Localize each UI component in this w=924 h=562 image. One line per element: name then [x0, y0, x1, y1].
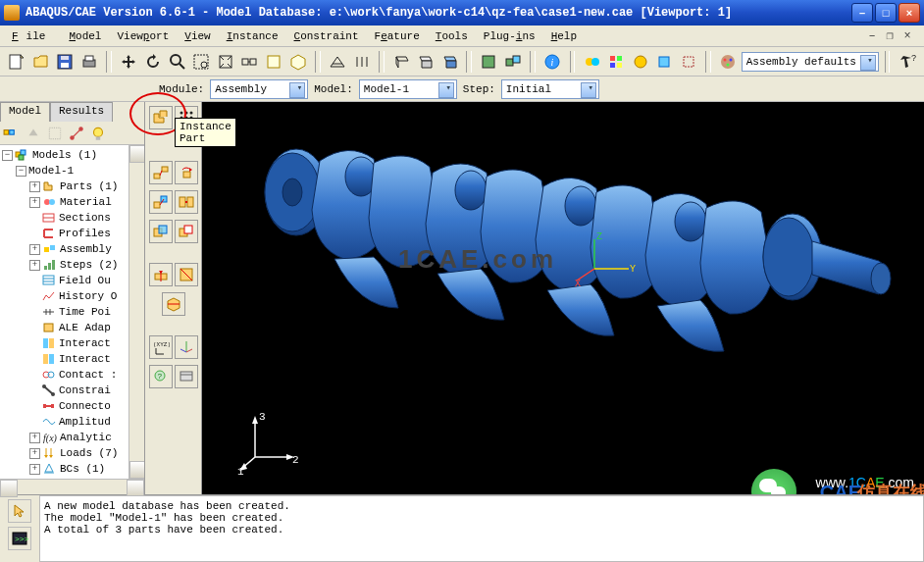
- partition-face-button[interactable]: [175, 263, 198, 286]
- step-combo[interactable]: Initial: [501, 79, 599, 99]
- tree-models[interactable]: Models (1): [32, 149, 97, 161]
- cycle-views-icon[interactable]: [238, 50, 261, 74]
- translate-instance-button[interactable]: [149, 161, 173, 184]
- save-icon[interactable]: [54, 50, 77, 74]
- menu-view[interactable]: View: [177, 28, 218, 44]
- svg-rect-7: [85, 56, 93, 61]
- mdi-close[interactable]: ×: [900, 29, 914, 43]
- render-shaded-icon[interactable]: [438, 50, 461, 74]
- menu-viewport[interactable]: Viewport: [109, 28, 177, 44]
- instance-display-icon[interactable]: [502, 50, 525, 74]
- display-options-button[interactable]: [175, 365, 198, 388]
- color-mode-icon[interactable]: [717, 50, 740, 74]
- menu-instance[interactable]: Instance: [219, 28, 286, 44]
- tree-model1[interactable]: Model-1: [28, 165, 74, 177]
- query-button[interactable]: ?: [149, 365, 173, 388]
- viewport[interactable]: Z Y X 3 2 1 1CAE.com www.1CAE.com CAE 仿真…: [202, 102, 924, 494]
- tree-profiles[interactable]: Profiles: [59, 228, 111, 239]
- perspective-icon[interactable]: [327, 50, 349, 74]
- color-mode-combo[interactable]: Assembly defaults: [742, 52, 879, 72]
- maximize-button[interactable]: □: [875, 3, 897, 23]
- tree-parts[interactable]: Parts (1): [60, 180, 118, 192]
- message-log[interactable]: A new model database has been created. T…: [39, 495, 924, 562]
- tab-results[interactable]: Results: [50, 102, 113, 122]
- tree-steps[interactable]: Steps (2): [60, 259, 118, 271]
- color-tool4-icon[interactable]: [653, 50, 676, 74]
- tree-connector[interactable]: Connecto: [59, 400, 111, 412]
- menu-plugins[interactable]: Plug-ins: [476, 28, 543, 44]
- cut-button[interactable]: [175, 220, 198, 243]
- rotate-icon[interactable]: [142, 50, 165, 74]
- info-icon[interactable]: i: [541, 50, 564, 74]
- view-iso-icon[interactable]: [286, 50, 309, 74]
- rotate-instance-button[interactable]: [175, 161, 198, 184]
- menu-tools[interactable]: Tools: [428, 28, 476, 44]
- tree-assembly[interactable]: Assembly: [60, 243, 112, 255]
- menu-feature[interactable]: Feature: [367, 28, 428, 44]
- tree-interact2[interactable]: Interact: [59, 353, 111, 365]
- tree-field[interactable]: Field Ou: [59, 275, 111, 286]
- zoom-icon[interactable]: [166, 50, 188, 74]
- color-tool5-icon[interactable]: [678, 50, 700, 74]
- merge-button[interactable]: [149, 220, 173, 243]
- render-hidden-icon[interactable]: [414, 50, 436, 74]
- instance-part-button[interactable]: [149, 106, 173, 129]
- mdi-minimize[interactable]: –: [865, 29, 879, 43]
- context-bar: Module: Assembly Model: Model-1 Step: In…: [0, 77, 924, 102]
- tree-materials[interactable]: Material: [60, 196, 112, 208]
- menu-file[interactable]: File: [4, 28, 61, 44]
- new-model-icon[interactable]: [6, 50, 28, 74]
- tree-time[interactable]: Time Poi: [59, 306, 111, 318]
- csys-button[interactable]: (XYZ): [149, 335, 173, 359]
- color-tool1-icon[interactable]: [581, 50, 603, 74]
- tree-history[interactable]: History O: [59, 290, 117, 302]
- translate-to-button[interactable]: [149, 190, 173, 214]
- mdi-restore[interactable]: ❐: [883, 29, 897, 43]
- tree-loads[interactable]: Loads (7): [60, 447, 118, 459]
- menu-constraint[interactable]: Constraint: [286, 28, 367, 44]
- constraint-button[interactable]: [175, 190, 198, 214]
- fit-icon[interactable]: [215, 50, 237, 74]
- partition-cell-button[interactable]: [162, 292, 185, 316]
- tree-analytic[interactable]: Analytic: [60, 432, 112, 443]
- module-combo[interactable]: Assembly: [210, 79, 308, 99]
- model-filter-icon[interactable]: [2, 124, 22, 143]
- open-icon[interactable]: [30, 50, 53, 74]
- show-empty-icon[interactable]: [45, 124, 65, 143]
- bulb-icon[interactable]: [88, 124, 108, 143]
- partition-edge-button[interactable]: [149, 263, 173, 286]
- render-wire-icon[interactable]: [390, 50, 413, 74]
- menu-help[interactable]: Help: [543, 28, 585, 44]
- print-icon[interactable]: [78, 50, 101, 74]
- svg-rect-109: [180, 197, 185, 207]
- tree-constrain[interactable]: Constrai: [59, 384, 111, 396]
- color-tool3-icon[interactable]: [630, 50, 652, 74]
- model-tree[interactable]: −Models (1) −Model-1 +Parts (1) +Materia…: [0, 145, 144, 479]
- menu-model[interactable]: Model: [61, 28, 109, 44]
- view-front-icon[interactable]: [263, 50, 285, 74]
- parallel-icon[interactable]: [350, 50, 373, 74]
- tree-interact1[interactable]: Interact: [59, 337, 111, 349]
- main-toolbar: i Assembly defaults ?: [0, 47, 924, 77]
- tree-sections[interactable]: Sections: [59, 212, 111, 224]
- whatsthis-icon[interactable]: ?: [896, 50, 918, 74]
- tree-ale[interactable]: ALE Adap: [59, 322, 111, 333]
- tree-scrollbar-vertical[interactable]: [128, 145, 144, 479]
- message-cli-icon[interactable]: >>>: [8, 527, 31, 550]
- tree-scrollbar-horizontal[interactable]: [0, 479, 144, 494]
- color-tool2-icon[interactable]: [605, 50, 628, 74]
- part-display-icon[interactable]: [478, 50, 500, 74]
- expand-up-icon[interactable]: [24, 124, 43, 143]
- minimize-button[interactable]: –: [851, 3, 873, 23]
- tree-contact[interactable]: Contact :: [59, 369, 117, 381]
- pan-icon[interactable]: [118, 50, 140, 74]
- tree-bcs[interactable]: BCs (1): [60, 463, 105, 475]
- set-root-icon[interactable]: [67, 124, 86, 143]
- tab-model[interactable]: Model: [0, 102, 50, 122]
- box-zoom-icon[interactable]: [190, 50, 213, 74]
- datum-axis-button[interactable]: [175, 335, 198, 359]
- model-combo[interactable]: Model-1: [359, 79, 457, 99]
- close-button[interactable]: ×: [898, 3, 920, 23]
- message-select-icon[interactable]: [8, 499, 31, 523]
- tree-amplitud[interactable]: Amplitud: [59, 416, 111, 428]
